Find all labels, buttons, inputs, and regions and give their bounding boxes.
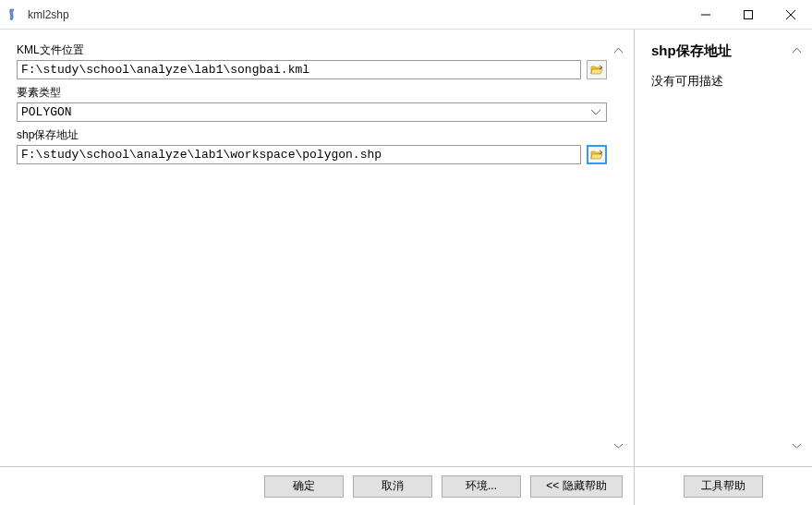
cancel-button[interactable]: 取消: [353, 475, 432, 498]
help-area: shp保存地址 没有可用描述: [635, 30, 812, 466]
help-footer: 工具帮助: [635, 466, 812, 505]
field-kml-location: KML文件位置: [17, 42, 607, 79]
maximize-button[interactable]: [727, 0, 770, 30]
environment-button[interactable]: 环境...: [442, 475, 521, 498]
element-type-row: POLYGON: [17, 102, 607, 122]
element-type-select[interactable]: POLYGON: [17, 102, 607, 122]
svg-rect-1: [745, 11, 753, 19]
content-area: KML文件位置 要素类型: [0, 30, 812, 505]
ok-button[interactable]: 确定: [264, 475, 344, 498]
shp-save-label: shp保存地址: [17, 127, 607, 143]
kml-browse-button[interactable]: [587, 60, 607, 79]
help-scrollbar: [789, 42, 805, 453]
field-shp-save: shp保存地址: [17, 127, 607, 164]
tool-help-button[interactable]: 工具帮助: [684, 475, 763, 498]
help-panel: shp保存地址 没有可用描述 工具帮助: [635, 30, 812, 505]
app-icon: [7, 7, 22, 22]
button-bar: 确定 取消 环境... << 隐藏帮助: [0, 466, 634, 505]
titlebar: kml2shp: [0, 0, 812, 30]
shp-save-row: [17, 145, 607, 164]
field-element-type: 要素类型 POLYGON: [17, 85, 607, 122]
shp-save-input[interactable]: [17, 145, 581, 164]
form-inner: KML文件位置 要素类型: [17, 42, 607, 453]
left-panel: KML文件位置 要素类型: [0, 30, 635, 505]
window-controls: [685, 0, 812, 29]
form-scrollbar: [611, 42, 626, 453]
shp-browse-button[interactable]: [587, 145, 607, 164]
kml-location-input[interactable]: [17, 60, 581, 79]
kml-location-row: [17, 60, 607, 79]
kml-location-label: KML文件位置: [17, 42, 607, 58]
scroll-down-icon[interactable]: [611, 438, 626, 453]
form-area: KML文件位置 要素类型: [0, 30, 634, 466]
folder-open-icon: [590, 150, 603, 161]
help-inner: shp保存地址 没有可用描述: [651, 42, 789, 453]
scroll-down-icon[interactable]: [789, 438, 805, 453]
minimize-button[interactable]: [685, 0, 727, 30]
folder-open-icon: [590, 65, 603, 76]
scroll-up-icon[interactable]: [611, 42, 626, 58]
scroll-up-icon[interactable]: [789, 42, 805, 58]
hide-help-button[interactable]: << 隐藏帮助: [530, 475, 623, 498]
help-description: 没有可用描述: [651, 73, 789, 90]
help-title: shp保存地址: [651, 42, 789, 60]
close-button[interactable]: [770, 0, 812, 30]
window-title: kml2shp: [28, 8, 685, 21]
element-type-label: 要素类型: [17, 85, 607, 101]
